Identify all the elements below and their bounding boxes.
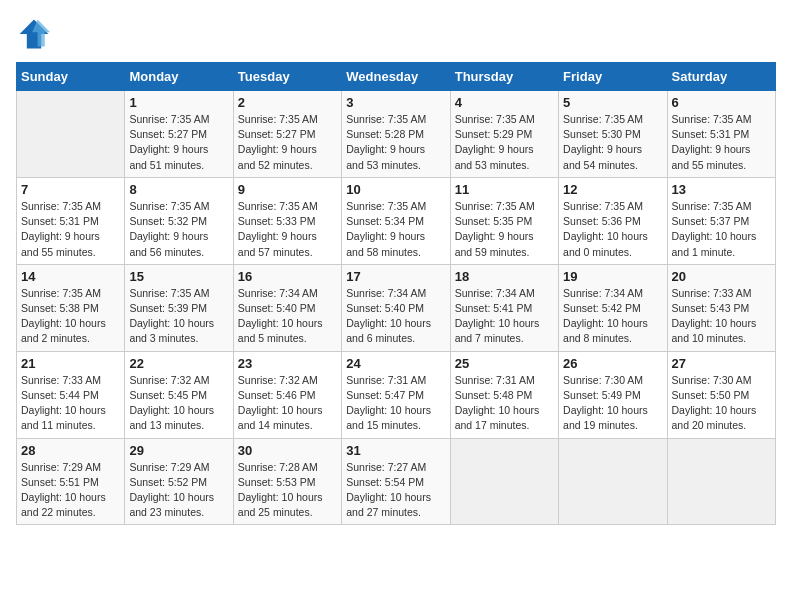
calendar-cell: 21Sunrise: 7:33 AM Sunset: 5:44 PM Dayli… xyxy=(17,351,125,438)
calendar-cell: 2Sunrise: 7:35 AM Sunset: 5:27 PM Daylig… xyxy=(233,91,341,178)
day-number: 12 xyxy=(563,182,662,197)
day-info: Sunrise: 7:32 AM Sunset: 5:45 PM Dayligh… xyxy=(129,373,228,434)
calendar-cell: 10Sunrise: 7:35 AM Sunset: 5:34 PM Dayli… xyxy=(342,177,450,264)
calendar-cell xyxy=(559,438,667,525)
day-number: 11 xyxy=(455,182,554,197)
day-info: Sunrise: 7:34 AM Sunset: 5:42 PM Dayligh… xyxy=(563,286,662,347)
day-info: Sunrise: 7:34 AM Sunset: 5:40 PM Dayligh… xyxy=(238,286,337,347)
day-info: Sunrise: 7:33 AM Sunset: 5:43 PM Dayligh… xyxy=(672,286,771,347)
day-info: Sunrise: 7:35 AM Sunset: 5:32 PM Dayligh… xyxy=(129,199,228,260)
day-number: 9 xyxy=(238,182,337,197)
day-info: Sunrise: 7:35 AM Sunset: 5:34 PM Dayligh… xyxy=(346,199,445,260)
calendar-cell: 14Sunrise: 7:35 AM Sunset: 5:38 PM Dayli… xyxy=(17,264,125,351)
day-number: 23 xyxy=(238,356,337,371)
calendar-cell: 3Sunrise: 7:35 AM Sunset: 5:28 PM Daylig… xyxy=(342,91,450,178)
calendar-cell: 15Sunrise: 7:35 AM Sunset: 5:39 PM Dayli… xyxy=(125,264,233,351)
calendar-cell: 30Sunrise: 7:28 AM Sunset: 5:53 PM Dayli… xyxy=(233,438,341,525)
day-header-friday: Friday xyxy=(559,63,667,91)
calendar-cell: 12Sunrise: 7:35 AM Sunset: 5:36 PM Dayli… xyxy=(559,177,667,264)
day-number: 6 xyxy=(672,95,771,110)
calendar-cell xyxy=(667,438,775,525)
calendar-cell: 4Sunrise: 7:35 AM Sunset: 5:29 PM Daylig… xyxy=(450,91,558,178)
calendar-cell: 8Sunrise: 7:35 AM Sunset: 5:32 PM Daylig… xyxy=(125,177,233,264)
day-info: Sunrise: 7:35 AM Sunset: 5:27 PM Dayligh… xyxy=(238,112,337,173)
calendar-cell: 28Sunrise: 7:29 AM Sunset: 5:51 PM Dayli… xyxy=(17,438,125,525)
day-number: 26 xyxy=(563,356,662,371)
day-number: 4 xyxy=(455,95,554,110)
calendar-cell: 6Sunrise: 7:35 AM Sunset: 5:31 PM Daylig… xyxy=(667,91,775,178)
day-header-tuesday: Tuesday xyxy=(233,63,341,91)
calendar-cell: 1Sunrise: 7:35 AM Sunset: 5:27 PM Daylig… xyxy=(125,91,233,178)
day-number: 7 xyxy=(21,182,120,197)
day-info: Sunrise: 7:35 AM Sunset: 5:29 PM Dayligh… xyxy=(455,112,554,173)
logo xyxy=(16,16,56,52)
day-number: 22 xyxy=(129,356,228,371)
day-number: 3 xyxy=(346,95,445,110)
calendar-cell: 29Sunrise: 7:29 AM Sunset: 5:52 PM Dayli… xyxy=(125,438,233,525)
week-row-0: 1Sunrise: 7:35 AM Sunset: 5:27 PM Daylig… xyxy=(17,91,776,178)
day-number: 31 xyxy=(346,443,445,458)
day-number: 21 xyxy=(21,356,120,371)
day-number: 5 xyxy=(563,95,662,110)
day-info: Sunrise: 7:30 AM Sunset: 5:49 PM Dayligh… xyxy=(563,373,662,434)
day-info: Sunrise: 7:34 AM Sunset: 5:41 PM Dayligh… xyxy=(455,286,554,347)
day-number: 28 xyxy=(21,443,120,458)
calendar-cell: 26Sunrise: 7:30 AM Sunset: 5:49 PM Dayli… xyxy=(559,351,667,438)
day-info: Sunrise: 7:31 AM Sunset: 5:48 PM Dayligh… xyxy=(455,373,554,434)
day-number: 16 xyxy=(238,269,337,284)
calendar-cell: 5Sunrise: 7:35 AM Sunset: 5:30 PM Daylig… xyxy=(559,91,667,178)
day-info: Sunrise: 7:29 AM Sunset: 5:52 PM Dayligh… xyxy=(129,460,228,521)
week-row-2: 14Sunrise: 7:35 AM Sunset: 5:38 PM Dayli… xyxy=(17,264,776,351)
day-info: Sunrise: 7:35 AM Sunset: 5:38 PM Dayligh… xyxy=(21,286,120,347)
calendar-cell: 13Sunrise: 7:35 AM Sunset: 5:37 PM Dayli… xyxy=(667,177,775,264)
day-number: 18 xyxy=(455,269,554,284)
calendar-cell: 23Sunrise: 7:32 AM Sunset: 5:46 PM Dayli… xyxy=(233,351,341,438)
day-number: 2 xyxy=(238,95,337,110)
day-info: Sunrise: 7:34 AM Sunset: 5:40 PM Dayligh… xyxy=(346,286,445,347)
day-info: Sunrise: 7:35 AM Sunset: 5:30 PM Dayligh… xyxy=(563,112,662,173)
day-number: 27 xyxy=(672,356,771,371)
calendar-table: SundayMondayTuesdayWednesdayThursdayFrid… xyxy=(16,62,776,525)
calendar-cell: 9Sunrise: 7:35 AM Sunset: 5:33 PM Daylig… xyxy=(233,177,341,264)
calendar-cell: 7Sunrise: 7:35 AM Sunset: 5:31 PM Daylig… xyxy=(17,177,125,264)
day-info: Sunrise: 7:35 AM Sunset: 5:39 PM Dayligh… xyxy=(129,286,228,347)
week-row-4: 28Sunrise: 7:29 AM Sunset: 5:51 PM Dayli… xyxy=(17,438,776,525)
calendar-cell: 11Sunrise: 7:35 AM Sunset: 5:35 PM Dayli… xyxy=(450,177,558,264)
day-info: Sunrise: 7:35 AM Sunset: 5:33 PM Dayligh… xyxy=(238,199,337,260)
day-header-thursday: Thursday xyxy=(450,63,558,91)
day-info: Sunrise: 7:35 AM Sunset: 5:31 PM Dayligh… xyxy=(21,199,120,260)
day-number: 8 xyxy=(129,182,228,197)
day-number: 24 xyxy=(346,356,445,371)
day-info: Sunrise: 7:31 AM Sunset: 5:47 PM Dayligh… xyxy=(346,373,445,434)
calendar-cell: 27Sunrise: 7:30 AM Sunset: 5:50 PM Dayli… xyxy=(667,351,775,438)
week-row-1: 7Sunrise: 7:35 AM Sunset: 5:31 PM Daylig… xyxy=(17,177,776,264)
calendar-cell xyxy=(17,91,125,178)
day-number: 14 xyxy=(21,269,120,284)
day-info: Sunrise: 7:30 AM Sunset: 5:50 PM Dayligh… xyxy=(672,373,771,434)
day-info: Sunrise: 7:32 AM Sunset: 5:46 PM Dayligh… xyxy=(238,373,337,434)
logo-icon xyxy=(16,16,52,52)
page-header xyxy=(16,16,776,52)
week-row-3: 21Sunrise: 7:33 AM Sunset: 5:44 PM Dayli… xyxy=(17,351,776,438)
day-number: 15 xyxy=(129,269,228,284)
day-info: Sunrise: 7:35 AM Sunset: 5:37 PM Dayligh… xyxy=(672,199,771,260)
calendar-cell xyxy=(450,438,558,525)
days-header-row: SundayMondayTuesdayWednesdayThursdayFrid… xyxy=(17,63,776,91)
day-number: 29 xyxy=(129,443,228,458)
day-info: Sunrise: 7:29 AM Sunset: 5:51 PM Dayligh… xyxy=(21,460,120,521)
day-number: 13 xyxy=(672,182,771,197)
day-header-monday: Monday xyxy=(125,63,233,91)
day-number: 19 xyxy=(563,269,662,284)
calendar-cell: 31Sunrise: 7:27 AM Sunset: 5:54 PM Dayli… xyxy=(342,438,450,525)
day-info: Sunrise: 7:35 AM Sunset: 5:35 PM Dayligh… xyxy=(455,199,554,260)
day-header-saturday: Saturday xyxy=(667,63,775,91)
day-number: 30 xyxy=(238,443,337,458)
day-number: 17 xyxy=(346,269,445,284)
day-number: 25 xyxy=(455,356,554,371)
day-header-sunday: Sunday xyxy=(17,63,125,91)
day-number: 1 xyxy=(129,95,228,110)
calendar-cell: 22Sunrise: 7:32 AM Sunset: 5:45 PM Dayli… xyxy=(125,351,233,438)
day-number: 10 xyxy=(346,182,445,197)
calendar-cell: 24Sunrise: 7:31 AM Sunset: 5:47 PM Dayli… xyxy=(342,351,450,438)
day-info: Sunrise: 7:27 AM Sunset: 5:54 PM Dayligh… xyxy=(346,460,445,521)
